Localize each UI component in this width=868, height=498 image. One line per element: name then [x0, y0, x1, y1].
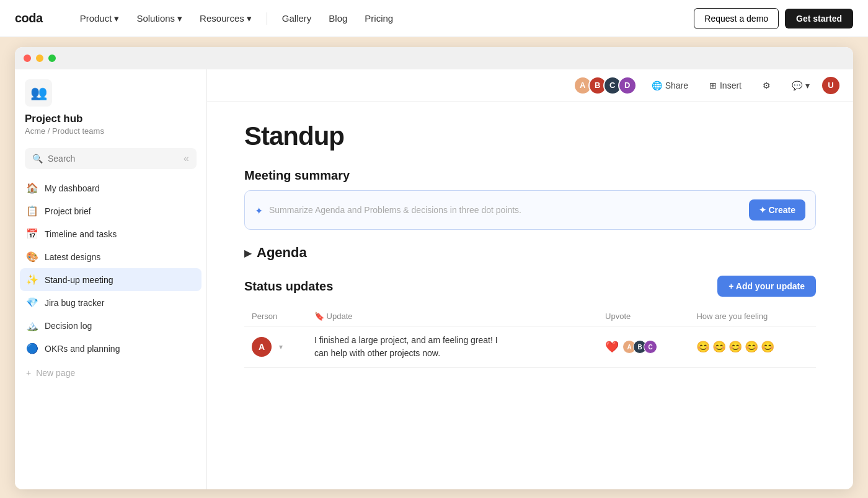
chevron-down-icon — [247, 13, 252, 24]
col-update: 🔖 Update — [307, 307, 598, 326]
share-button[interactable]: 🌐 Share — [645, 77, 694, 94]
logo[interactable]: coda — [15, 11, 43, 25]
plus-icon: + — [26, 368, 31, 378]
feeling-emoji: 😊 — [761, 340, 774, 354]
close-window-button[interactable] — [24, 55, 31, 62]
nav-gallery[interactable]: Gallery — [275, 9, 319, 27]
nav-solutions[interactable]: Solutions — [129, 9, 190, 28]
nav-resources[interactable]: Resources — [192, 9, 259, 28]
feeling-emojis: 😊 😊 😊 😊 😊 — [696, 340, 808, 354]
sidebar-item-standup[interactable]: ✨ Stand-up meeting — [20, 268, 202, 291]
share-icon: 🌐 — [652, 81, 662, 90]
page-title: Standup — [244, 121, 816, 151]
sidebar-item-decision-log[interactable]: 🏔️ Decision log — [20, 314, 202, 337]
workspace-path: Acme / Product teams — [25, 126, 197, 136]
sidebar-item-label: Timeline and tasks — [45, 229, 117, 239]
search-input[interactable] — [48, 154, 179, 164]
table-row: A ▾ I finished a large project, and am f… — [244, 326, 816, 368]
workspace-icon: 👥 — [25, 79, 52, 107]
designs-icon: 🎨 — [26, 251, 38, 263]
status-updates-section: Status updates + Add your update Person … — [244, 276, 816, 368]
comment-icon: 💬 — [792, 81, 802, 90]
meeting-summary-section: Meeting summary ✦ Summarize Agenda and P… — [244, 168, 816, 230]
sidebar-item-label: Decision log — [45, 321, 92, 331]
project-brief-icon: 📋 — [26, 205, 38, 217]
feeling-emoji: 😊 — [712, 340, 726, 354]
nav-blog[interactable]: Blog — [321, 9, 355, 27]
upvoter-avatars: A B C — [622, 340, 657, 354]
agenda-title: Agenda — [257, 245, 307, 261]
sparkle-icon: ✦ — [255, 205, 263, 217]
ai-summary-box: ✦ Summarize Agenda and Problems & decisi… — [244, 190, 816, 230]
chevron-down-icon — [177, 13, 182, 24]
status-updates-title: Status updates — [244, 279, 333, 294]
search-bar[interactable]: 🔍 « — [25, 148, 197, 169]
maximize-window-button[interactable] — [48, 55, 56, 62]
nav-product[interactable]: Product — [73, 9, 127, 28]
insert-button[interactable]: ⊞ Insert — [703, 77, 748, 94]
avatar: C — [644, 340, 657, 354]
search-icon: 🔍 — [32, 154, 43, 164]
update-text: I finished a large project, and am feeli… — [314, 334, 513, 360]
new-page-button[interactable]: + New page — [20, 362, 202, 383]
settings-button[interactable]: ⚙ — [756, 77, 777, 94]
update-cell: I finished a large project, and am feeli… — [307, 326, 598, 368]
comment-button[interactable]: 💬 — [786, 77, 816, 94]
expand-agenda-button[interactable]: ▶ — [244, 247, 252, 259]
col-person: Person — [244, 307, 307, 326]
sidebar-item-my-dashboard[interactable]: 🏠 My dashboard — [20, 177, 202, 199]
get-started-button[interactable]: Get started — [785, 9, 853, 28]
table-header: Person 🔖 Update Upvote Ho — [244, 307, 816, 326]
status-updates-header: Status updates + Add your update — [244, 276, 816, 297]
jira-icon: 💎 — [26, 297, 38, 308]
new-page-label: New page — [36, 368, 75, 378]
feeling-emoji: 😊 — [696, 340, 710, 354]
collapse-sidebar-button[interactable]: « — [184, 153, 189, 164]
table-body: A ▾ I finished a large project, and am f… — [244, 326, 816, 368]
sidebar-item-designs[interactable]: 🎨 Latest designs — [20, 245, 202, 268]
main-content: A B C D 🌐 Share ⊞ Insert ⚙ 💬 — [207, 69, 853, 489]
agenda-section: ▶ Agenda — [244, 245, 816, 261]
sidebar-header: 👥 Project hub Acme / Product teams — [15, 79, 206, 146]
feeling-cell: 😊 😊 😊 😊 😊 — [689, 326, 816, 368]
bookmark-icon: 🔖 — [314, 312, 324, 321]
nav-links: Product Solutions Resources Gallery Blog… — [73, 9, 694, 28]
avatar: D — [618, 76, 637, 95]
sidebar-item-label: Stand-up meeting — [45, 275, 113, 285]
sidebar-item-project-brief[interactable]: 📋 Project brief — [20, 199, 202, 222]
chevron-down-icon — [114, 13, 119, 24]
standup-icon: ✨ — [26, 274, 38, 286]
create-button[interactable]: ✦ Create — [749, 199, 805, 221]
ai-placeholder-text: Summarize Agenda and Problems & decision… — [269, 204, 521, 217]
add-update-button[interactable]: + Add your update — [717, 276, 816, 297]
sidebar-item-timeline[interactable]: 📅 Timeline and tasks — [20, 222, 202, 245]
request-demo-button[interactable]: Request a demo — [694, 8, 779, 29]
expand-row-button[interactable]: ▾ — [279, 343, 283, 351]
minimize-window-button[interactable] — [36, 55, 43, 62]
sidebar-item-label: My dashboard — [45, 183, 100, 193]
feeling-emoji: 😊 — [728, 340, 742, 354]
workspace-name: Project hub — [25, 113, 197, 125]
status-table: Person 🔖 Update Upvote Ho — [244, 307, 816, 368]
sidebar-item-label: Latest designs — [45, 252, 100, 262]
ai-summary-left: ✦ Summarize Agenda and Problems & decisi… — [255, 204, 742, 217]
gear-icon: ⚙ — [763, 81, 771, 90]
insert-icon: ⊞ — [709, 81, 717, 90]
timeline-icon: 📅 — [26, 228, 38, 240]
sidebar-item-okrs[interactable]: 🔵 OKRs and planning — [20, 337, 202, 360]
sidebar-item-label: Jira bug tracker — [45, 298, 104, 308]
nav-pricing[interactable]: Pricing — [357, 9, 401, 27]
upvote-cell: ❤️ A B C — [598, 326, 689, 368]
user-avatar[interactable]: U — [821, 76, 841, 95]
col-upvote: Upvote — [598, 307, 689, 326]
sidebar-item-label: Project brief — [45, 206, 91, 216]
decision-log-icon: 🏔️ — [26, 320, 38, 331]
heart-icon[interactable]: ❤️ — [605, 340, 619, 354]
chevron-down-icon — [805, 81, 810, 90]
avatar: A — [252, 337, 272, 357]
sidebar-item-jira[interactable]: 💎 Jira bug tracker — [20, 291, 202, 314]
nav-actions: Request a demo Get started — [694, 8, 853, 29]
nav-items: 🏠 My dashboard 📋 Project brief 📅 Timelin… — [15, 177, 206, 360]
feeling-emoji: 😊 — [745, 340, 758, 354]
person-cell: A ▾ — [244, 326, 307, 368]
